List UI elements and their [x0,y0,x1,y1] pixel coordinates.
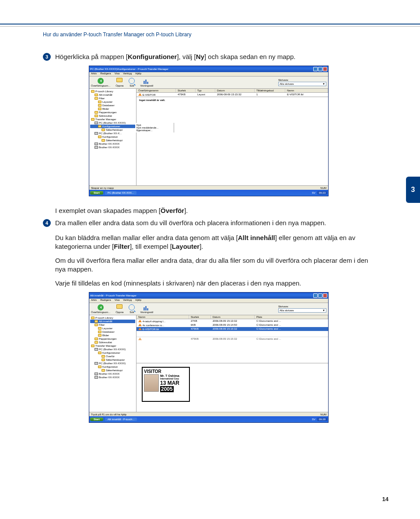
tree-node[interactable]: Brother XX-XXXX [90,376,135,379]
maximize-button[interactable] [318,293,322,298]
tree-node[interactable]: Säkerhetskopi [90,139,135,142]
tree-node[interactable]: PC (Brother XX-X... [90,132,135,135]
window-titlebar[interactable]: PC (Brother XX-XXXX)\Konfigurationer - P… [89,66,328,72]
folder-icon [94,97,98,100]
col-date[interactable]: Datum [215,89,255,92]
tree-node[interactable]: Konfiguration [90,135,135,139]
list-header[interactable]: Namn Storlek Datum Plats [136,315,328,319]
tree-node[interactable]: PC (Brother XX-XXXX) [90,121,135,125]
taskbar-lang[interactable]: SV [312,192,315,194]
tool-search[interactable]: Sök [129,78,135,87]
window-titlebar[interactable]: Allt innehåll - P-touch Transfer Manager [89,293,328,299]
tree-node[interactable]: Konfigurationer [90,125,135,128]
tool-search[interactable]: Sök [129,304,135,313]
col-name[interactable]: Namn [136,315,189,319]
tree-node[interactable]: Filter [90,323,135,327]
taskbar-lang[interactable]: SV [312,418,315,421]
folder-tree[interactable]: P-touch LibraryAllt innehållFilterLayout… [89,89,136,185]
col-size[interactable]: Storlek [176,89,196,92]
minimize-button[interactable] [313,293,318,298]
close-button[interactable] [323,67,327,71]
menubar[interactable]: Arkiv Redigera Visa Verktyg Hjälp [89,72,328,77]
context-menu[interactable]: Nytt Nytt meddelande... Egenskaper... [136,123,174,132]
col-assign[interactable]: Tilldelningskod [255,89,285,92]
printer-dropdown[interactable]: Alla skrivare▼ [278,82,326,86]
tree-node[interactable]: Konfigurationer [90,351,135,355]
ctx-properties[interactable]: Egenskaper... [136,129,173,132]
close-button[interactable] [323,293,327,298]
tree-node[interactable]: Sökresultat [90,341,135,344]
col-size[interactable]: Storlek [189,315,211,319]
taskbar[interactable]: Start Allt innehåll - P-touch... SV 09:2… [89,416,328,422]
layout-icon [138,324,142,326]
tool-open[interactable]: Öppna [116,304,123,313]
tree-node[interactable]: Layouter [90,327,135,330]
list-row[interactable]: 4x conference ro...6KB2006-08-09 15:14:5… [136,323,328,327]
tree-node[interactable]: Transfer Manager [90,344,135,348]
menu-arkiv[interactable]: Arkiv [91,72,97,76]
menu-verktyg[interactable]: Verktyg [123,299,132,303]
menu-verktyg[interactable]: Verktyg [123,72,132,76]
tree-label: Säkerhetskopi [106,369,122,372]
folder-tree[interactable]: P-touch LibraryAllt innehållFilterLayout… [89,315,136,412]
tree-node[interactable]: Brother XX-XXXX [90,372,135,376]
tree-node[interactable]: Brother XX-XXXX [90,146,135,149]
tree-node[interactable]: Överför [90,355,135,358]
printer-dropdown[interactable]: Alla skrivare▼ [278,308,326,313]
taskbar[interactable]: Start PC (Brother XX-XXX... SV 09:23 [89,190,328,196]
start-button[interactable]: Start [90,191,103,195]
tree-node[interactable]: Allt innehåll [90,320,135,323]
menu-arkiv[interactable]: Arkiv [91,299,97,303]
menu-hjalp[interactable]: Hjälp [135,72,141,76]
tree-node[interactable]: PC (Brother XX-XXXX) [90,348,135,351]
col-date[interactable]: Datum [211,315,255,319]
tool-transfer[interactable]: Överföringsom... [91,304,110,313]
folder-icon [98,331,102,333]
tree-node[interactable]: Säkerhetskopi [90,128,135,132]
menu-redigera[interactable]: Redigera [100,299,111,303]
tree-node[interactable]: Databaser [90,104,135,107]
tree-node[interactable]: Konfiguration [90,365,135,369]
col-name[interactable]: Överföringsnamn [136,89,176,92]
tree-node[interactable]: Allt innehåll [90,93,135,97]
tree-node[interactable]: P-touch Library [90,90,135,93]
tree-node[interactable]: Bilder [90,334,135,337]
col-location[interactable]: Plats [255,315,328,319]
tree-label: Allt innehåll [99,94,112,96]
col-type[interactable]: Typ [196,89,215,92]
tree-node[interactable]: Transfer Manager [90,118,135,121]
tree-node[interactable]: PC (Brother XX-XXXX) [90,362,135,365]
list-header[interactable]: Överföringsnamn Storlek Typ Datum Tillde… [136,89,328,93]
tree-node[interactable]: Sökresultat [90,114,135,118]
status-text: Tryck på F1 om du vill ha hjälp [91,413,126,416]
menu-visa[interactable]: Visa [115,299,120,303]
col-filename[interactable]: Namn [285,89,328,92]
menu-hjalp[interactable]: Hjälp [135,299,141,303]
tree-node[interactable]: Brother XX-XXXX [90,142,135,146]
tool-open[interactable]: Öppna [116,78,123,87]
tree-node[interactable]: Säkerhetskopior [90,358,135,362]
tree-node[interactable]: Bilder [90,107,135,111]
start-button[interactable]: Start [90,418,103,421]
txt: Högerklicka på mappen [ [55,53,128,60]
menu-redigera[interactable]: Redigera [100,72,111,76]
tree-node[interactable]: Layouter [90,100,135,104]
list-row[interactable]: 4-ratioA shipping l...27KB2006-08-09 15:… [136,319,328,323]
tool-displaystyle[interactable]: Visningsstil [140,304,153,313]
tree-node[interactable]: P-touch Library [90,316,135,320]
tree-node[interactable]: Databaser [90,330,135,334]
list-row[interactable]: E-VISITOR.lbl475KB2006-08-09 15:15:32C:\… [136,327,328,331]
menu-visa[interactable]: Visa [115,72,120,76]
tree-node[interactable]: Säkerhetskopi [90,369,135,372]
maximize-button[interactable] [318,67,322,71]
tool-displaystyle[interactable]: Visningsstil [140,78,153,87]
tree-node[interactable]: Filter [90,97,135,100]
taskbar-app[interactable]: PC (Brother XX-XXX... [105,191,136,195]
minimize-button[interactable] [313,67,318,71]
tree-node[interactable]: Papperskorgen [90,337,135,341]
list-row[interactable]: E-VISITOR 475KB Layout 2006-08-09 15:15:… [136,93,328,97]
taskbar-app[interactable]: Allt innehåll - P-touch... [105,418,137,421]
tree-node[interactable]: Papperskorgen [90,111,135,114]
menubar[interactable]: Arkiv Redigera Visa Verktyg Hjälp [89,299,328,303]
tool-transfer[interactable]: Överföringsom... [91,78,110,87]
